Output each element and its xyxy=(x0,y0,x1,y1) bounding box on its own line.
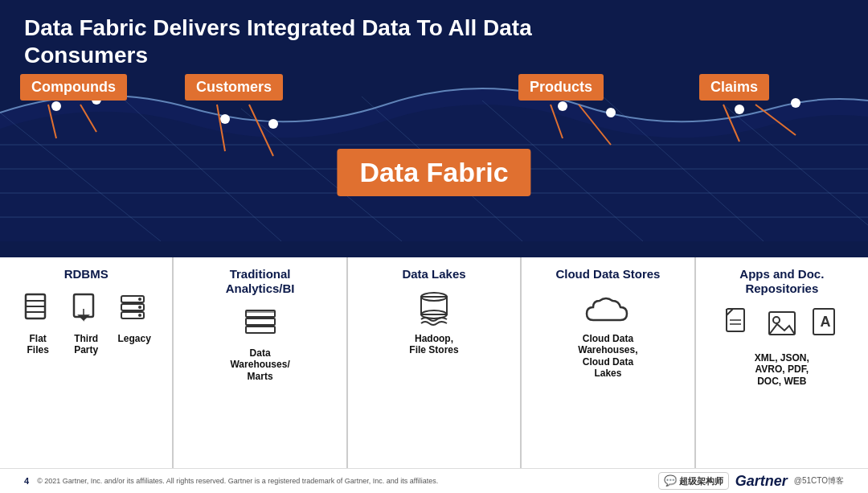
legacy-icon xyxy=(117,293,152,328)
item-legacy: Legacy xyxy=(117,293,152,356)
image-icon xyxy=(764,307,800,343)
apps-docs-label: XML, JSON,AVRO, PDF,DOC, WEB xyxy=(702,352,862,387)
svg-point-16 xyxy=(606,108,616,117)
svg-point-13 xyxy=(220,114,230,124)
col-analytics: TraditionalAnalytics/BI DataWarehouses/M… xyxy=(174,257,347,468)
svg-point-36 xyxy=(138,306,141,309)
svg-point-35 xyxy=(138,298,141,301)
blog-label: @51CTO博客 xyxy=(794,475,844,487)
gartner-logo: Gartner xyxy=(735,473,788,490)
data-fabric-label: Data Fabric xyxy=(337,149,530,196)
svg-point-49 xyxy=(773,317,780,323)
hadoop-label: Hadoop,File Stores xyxy=(409,333,458,356)
item-text: A xyxy=(808,307,843,343)
cloud-data-label: Cloud DataWarehouses,Cloud DataLakes xyxy=(578,333,637,380)
wechat-label: 超级架构师 xyxy=(679,476,723,486)
wechat-badge: 💬 超级架构师 xyxy=(658,472,729,490)
col-analytics-items: DataWarehouses/Marts xyxy=(230,307,289,382)
slide-title: Data Fabric Delivers Integrated Data To … xyxy=(24,14,587,68)
footer: 4 © 2021 Gartner, Inc. and/or its affili… xyxy=(0,468,868,493)
item-data-warehouses: DataWarehouses/Marts xyxy=(230,307,289,382)
col-data-lakes-header: Data Lakes xyxy=(402,267,465,281)
svg-point-37 xyxy=(138,314,141,317)
label-products: Products xyxy=(518,74,604,101)
col-rdbms-items: FlatFiles ThirdParty xyxy=(20,293,152,356)
legacy-label: Legacy xyxy=(118,333,151,344)
item-hadoop: Hadoop,File Stores xyxy=(409,293,458,356)
col-apps-docs: Apps and Doc.Repositories xyxy=(696,257,868,468)
label-compounds: Compounds xyxy=(20,74,127,101)
item-xml xyxy=(721,307,756,343)
col-apps-docs-header: Apps and Doc.Repositories xyxy=(739,267,824,296)
svg-rect-39 xyxy=(246,318,275,325)
hadoop-icon xyxy=(416,293,452,328)
col-apps-docs-items: A XML, JSON,AVRO, PDF,DOC, WEB xyxy=(702,307,862,387)
flat-files-icon xyxy=(20,293,55,328)
col-rdbms-header: RDBMS xyxy=(64,267,108,281)
col-data-lakes-items: Hadoop,File Stores xyxy=(409,293,458,356)
data-warehouses-icon xyxy=(243,307,278,343)
page-number: 4 xyxy=(24,476,29,486)
item-third-party: ThirdParty xyxy=(68,293,104,356)
col-cloud-stores-items: Cloud DataWarehouses,Cloud DataLakes xyxy=(578,293,637,380)
col-analytics-header: TraditionalAnalytics/BI xyxy=(226,267,295,296)
footer-logos: 💬 超级架构师 Gartner @51CTO博客 xyxy=(658,472,844,490)
xml-icon xyxy=(721,307,756,343)
third-party-label: ThirdParty xyxy=(74,333,98,356)
col-cloud-stores: Cloud Data Stores Cloud DataWarehouses,C… xyxy=(522,257,695,468)
svg-point-17 xyxy=(735,105,744,114)
svg-rect-48 xyxy=(769,312,795,335)
svg-rect-40 xyxy=(246,327,275,333)
svg-rect-38 xyxy=(246,310,275,317)
label-claims: Claims xyxy=(699,74,769,101)
svg-point-15 xyxy=(558,101,567,111)
third-party-icon xyxy=(68,293,104,328)
data-warehouses-label: DataWarehouses/Marts xyxy=(230,347,289,382)
bottom-section: RDBMS FlatFiles xyxy=(0,255,868,468)
svg-point-11 xyxy=(51,101,61,111)
svg-text:A: A xyxy=(820,314,830,330)
wechat-icon: 💬 xyxy=(664,475,677,487)
copyright-text: © 2021 Gartner, Inc. and/or its affiliat… xyxy=(37,477,438,485)
item-cloud-data: Cloud DataWarehouses,Cloud DataLakes xyxy=(578,293,637,380)
col-data-lakes: Data Lakes xyxy=(348,257,522,468)
cloud-icon xyxy=(583,293,632,328)
slide: Data Fabric Delivers Integrated Data To … xyxy=(0,0,868,493)
text-icon: A xyxy=(808,307,843,343)
item-image xyxy=(764,307,800,343)
svg-point-14 xyxy=(268,119,278,129)
columns-container: RDBMS FlatFiles xyxy=(0,255,868,468)
label-customers: Customers xyxy=(185,74,283,101)
svg-point-18 xyxy=(791,98,800,108)
item-flat-files: FlatFiles xyxy=(20,293,55,356)
col-cloud-stores-header: Cloud Data Stores xyxy=(555,267,660,281)
top-section: Data Fabric Delivers Integrated Data To … xyxy=(0,0,868,257)
flat-files-label: FlatFiles xyxy=(27,333,49,356)
col-rdbms: RDBMS FlatFiles xyxy=(0,257,174,468)
